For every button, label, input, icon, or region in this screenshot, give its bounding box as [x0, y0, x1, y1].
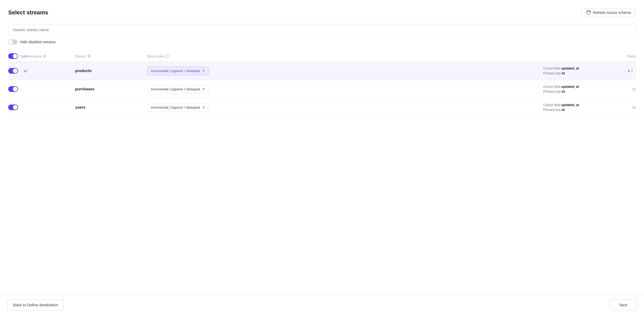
sync-arrows-icon: ⇄	[24, 68, 27, 73]
footer-bar: Back to Define destination Next	[0, 295, 644, 314]
fields-header-cell: Fields	[615, 54, 636, 58]
sync-mode-label-products: Incremental | Append + Deduped	[151, 69, 200, 73]
namespace-gear-icon[interactable]: ⚙	[43, 54, 46, 58]
sync-mode-info-icon[interactable]: i	[165, 54, 169, 58]
dropdown-arrow-icon-users: ▼	[202, 106, 205, 109]
sync-mode-cell-users: Incremental | Append + Deduped ▼	[147, 103, 543, 112]
toggle-knob	[13, 54, 17, 58]
namespace-header-cell: Namespace ⚙	[24, 54, 75, 58]
header-sync-toggle[interactable]	[8, 53, 18, 59]
dropdown-arrow-icon-purchases: ▼	[202, 88, 205, 91]
hide-disabled-label: Hide disabled streams	[20, 40, 56, 44]
header-row: Select streams Refresh source schema	[8, 8, 636, 17]
cursor-info-cell-purchases: Cursor field updated_at Primary key id	[543, 85, 615, 93]
stream-name-users: users	[75, 105, 85, 109]
fields-all-purchases: All	[632, 87, 636, 91]
toggle-knob	[13, 68, 17, 73]
fields-cell-products: 6 / 7	[615, 68, 636, 74]
refresh-button-label: Refresh source schema	[593, 11, 631, 15]
stream-name-cell-purchases: purchases	[75, 87, 147, 91]
cursor-info-cell-products: Cursor field updated_at Primary key id	[543, 66, 615, 75]
row-sync-toggle-purchases[interactable]	[8, 86, 18, 92]
table-row: users Incremental | Append + Deduped ▼ C…	[8, 98, 636, 117]
stream-name-products: products	[75, 68, 92, 73]
table-header: Sync Namespace ⚙ Stream ⚙ Sync mode i Fi…	[8, 51, 636, 62]
stream-rows-container: ⇄ products Incremental | Append + Dedupe…	[8, 62, 636, 117]
table-row: ⇄ products Incremental | Append + Dedupe…	[8, 62, 636, 80]
sync-mode-dropdown-users[interactable]: Incremental | Append + Deduped ▼	[147, 103, 209, 112]
stream-header-cell: Stream ⚙	[75, 54, 147, 58]
fields-badge-products[interactable]: 6 / 7	[625, 68, 636, 74]
toggle-knob	[13, 105, 17, 110]
toggle-knob	[13, 87, 17, 91]
stream-name-cell-products: products	[75, 68, 147, 73]
toggle-knob	[9, 40, 13, 44]
sync-mode-dropdown-purchases[interactable]: Incremental | Append + Deduped ▼	[147, 85, 209, 93]
hide-disabled-toggle[interactable]	[8, 39, 17, 45]
sync-mode-dropdown-products[interactable]: Incremental | Append + Deduped ▼	[147, 67, 209, 75]
table-row: purchases Incremental | Append + Deduped…	[8, 80, 636, 98]
row-toggle-cell	[8, 104, 24, 110]
stream-column-label: Stream	[75, 54, 86, 58]
fields-all-users: All	[632, 106, 636, 109]
row-sync-toggle-products[interactable]	[8, 68, 18, 74]
stream-gear-icon[interactable]: ⚙	[87, 54, 91, 58]
page-title: Select streams	[8, 9, 48, 16]
dropdown-arrow-icon-products: ▼	[202, 69, 205, 72]
sync-header-cell: Sync	[8, 53, 24, 59]
namespace-column-label: Namespace	[24, 54, 41, 58]
fields-column-label: Fields	[627, 54, 636, 58]
fields-cell-users: All	[615, 106, 636, 109]
sync-mode-column-label: Sync mode	[147, 54, 164, 58]
sync-mode-header-cell: Sync mode i	[147, 54, 543, 58]
sync-mode-label-users: Incremental | Append + Deduped	[151, 106, 200, 109]
primary-key-products: Primary key id	[543, 71, 615, 75]
fields-total: 7	[631, 69, 633, 73]
primary-key-users: Primary key id	[543, 108, 615, 112]
cursor-field-users: Cursor field updated_at	[543, 103, 615, 107]
next-button[interactable]: Next	[610, 299, 637, 310]
namespace-cell-products: ⇄	[24, 68, 75, 73]
refresh-schema-button[interactable]: Refresh source schema	[582, 8, 636, 17]
hide-disabled-row: Hide disabled streams	[8, 39, 636, 45]
cursor-info-cell-users: Cursor field updated_at Primary key id	[543, 103, 615, 112]
primary-key-purchases: Primary key id	[543, 90, 615, 93]
next-button-label: Next	[619, 303, 627, 307]
sync-mode-cell-products: Incremental | Append + Deduped ▼	[147, 67, 543, 75]
row-sync-toggle-users[interactable]	[8, 104, 18, 110]
stream-name-cell-users: users	[75, 105, 147, 110]
cursor-field-products: Cursor field updated_at	[543, 66, 615, 70]
stream-name-purchases: purchases	[75, 87, 94, 91]
back-button-label: Back to Define destination	[13, 303, 58, 307]
sync-mode-label-purchases: Incremental | Append + Deduped	[151, 87, 200, 91]
main-content: Select streams Refresh source schema Hid…	[0, 0, 644, 314]
back-button[interactable]: Back to Define destination	[7, 299, 64, 310]
fields-selected: 6	[628, 69, 630, 73]
refresh-icon	[587, 11, 591, 15]
row-toggle-cell	[8, 86, 24, 92]
search-input[interactable]	[8, 24, 636, 35]
sync-mode-cell-purchases: Incremental | Append + Deduped ▼	[147, 85, 543, 93]
fields-cell-purchases: All	[615, 87, 636, 91]
cursor-field-purchases: Cursor field updated_at	[543, 85, 615, 89]
row-toggle-cell	[8, 68, 24, 74]
